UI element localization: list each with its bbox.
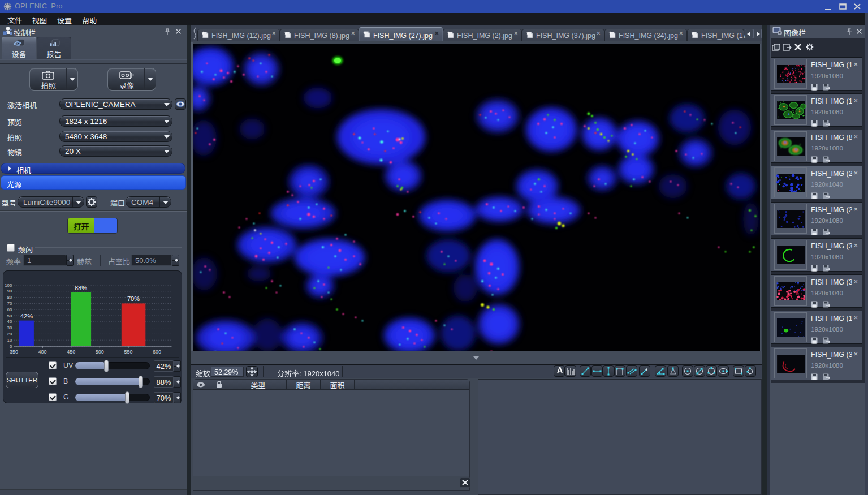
svg-text:80: 80	[7, 295, 12, 300]
svg-text:70%: 70%	[127, 295, 140, 302]
svg-text:100: 100	[5, 283, 12, 288]
svg-text:0: 0	[10, 344, 12, 349]
svg-text:20: 20	[7, 332, 12, 337]
svg-text:90: 90	[7, 289, 12, 294]
svg-text:70: 70	[7, 301, 12, 306]
svg-text:10: 10	[7, 338, 12, 343]
svg-text:550: 550	[124, 349, 132, 355]
svg-text:42%: 42%	[20, 313, 33, 320]
svg-text:88%: 88%	[75, 285, 87, 291]
svg-text:50: 50	[7, 313, 12, 318]
svg-text:30: 30	[7, 325, 12, 330]
svg-text:450: 450	[67, 349, 75, 355]
svg-text:40: 40	[7, 319, 12, 324]
svg-text:600: 600	[153, 349, 161, 355]
svg-text:350: 350	[10, 349, 18, 355]
svg-text:400: 400	[38, 349, 47, 355]
svg-text:500: 500	[96, 349, 104, 355]
svg-text:60: 60	[7, 307, 12, 312]
